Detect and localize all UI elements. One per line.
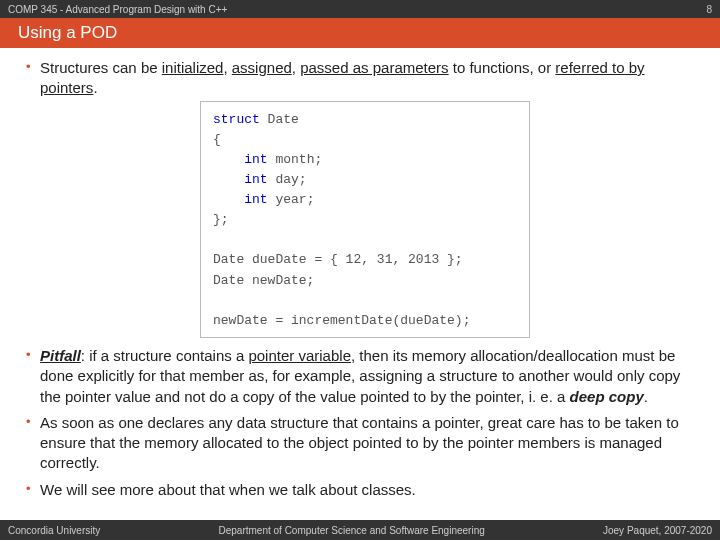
keyword: int <box>244 152 267 167</box>
text: . <box>93 79 97 96</box>
text: , <box>223 59 231 76</box>
text: We will see more about that when we talk… <box>40 481 416 498</box>
emphasis-text: deep copy <box>570 388 644 405</box>
code-text: }; <box>213 212 229 227</box>
underline-text: passed as parameters <box>300 59 448 76</box>
underline-text: initialized <box>162 59 224 76</box>
keyword: struct <box>213 112 260 127</box>
course-label: COMP 345 - Advanced Program Design with … <box>8 4 227 15</box>
text: , <box>292 59 300 76</box>
keyword: int <box>244 172 267 187</box>
pitfall-label: Pitfall <box>40 347 81 364</box>
footer-center: Department of Computer Science and Softw… <box>219 525 485 536</box>
top-bar: COMP 345 - Advanced Program Design with … <box>0 0 720 18</box>
text: As soon as one declares any data structu… <box>40 414 679 472</box>
code-text: Date newDate; <box>213 273 314 288</box>
code-text: Date <box>260 112 299 127</box>
code-text: { <box>213 132 221 147</box>
slide-number: 8 <box>706 4 712 15</box>
code-text: Date dueDate = { 12, 31, 2013 }; <box>213 252 463 267</box>
code-text: year; <box>268 192 315 207</box>
footer-left: Concordia University <box>8 525 100 536</box>
keyword: int <box>244 192 267 207</box>
bullet-item: Structures can be initialized, assigned,… <box>26 58 694 338</box>
bullet-item: Pitfall: if a structure contains a point… <box>26 346 694 407</box>
text: to functions, or <box>449 59 556 76</box>
footer-right: Joey Paquet, 2007-2020 <box>603 525 712 536</box>
code-text: day; <box>268 172 307 187</box>
bullet-list: Structures can be initialized, assigned,… <box>26 58 694 500</box>
bullet-item: We will see more about that when we talk… <box>26 480 694 500</box>
footer-bar: Concordia University Department of Compu… <box>0 520 720 540</box>
code-text: month; <box>268 152 323 167</box>
slide-content: Structures can be initialized, assigned,… <box>0 48 720 500</box>
slide-title: Using a POD <box>18 23 117 43</box>
slide-title-bar: Using a POD <box>0 18 720 48</box>
code-text: newDate = incrementDate(dueDate); <box>213 313 470 328</box>
text: Structures can be <box>40 59 162 76</box>
bullet-item: As soon as one declares any data structu… <box>26 413 694 474</box>
text: : if a structure contains a <box>81 347 249 364</box>
underline-text: pointer variable <box>248 347 351 364</box>
text: . <box>644 388 648 405</box>
code-block: struct Date { int month; int day; int ye… <box>200 101 530 339</box>
underline-text: assigned <box>232 59 292 76</box>
